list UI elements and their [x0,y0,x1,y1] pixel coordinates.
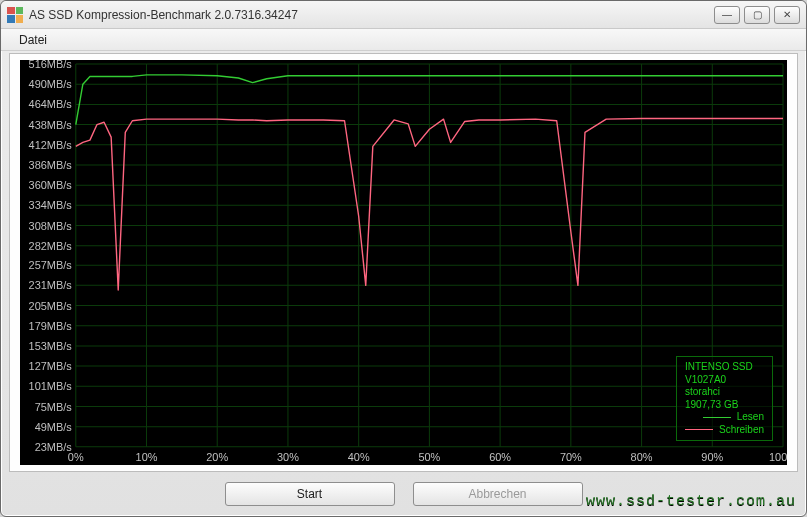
menu-file[interactable]: Datei [11,31,55,49]
legend-box: INTENSO SSD V1027A0 storahci 1907,73 GB … [676,356,773,441]
legend-read-label: Lesen [737,411,764,424]
svg-text:40%: 40% [348,451,370,463]
legend-firmware: V1027A0 [685,374,764,387]
window-title: AS SSD Kompression-Benchmark 2.0.7316.34… [29,8,714,22]
titlebar[interactable]: AS SSD Kompression-Benchmark 2.0.7316.34… [1,1,806,29]
legend-write-label: Schreiben [719,424,764,437]
svg-text:60%: 60% [489,451,511,463]
svg-text:49MB/s: 49MB/s [35,421,73,433]
legend-capacity: 1907,73 GB [685,399,764,412]
menubar: Datei [1,29,806,51]
maximize-button[interactable]: ▢ [744,6,770,24]
svg-text:282MB/s: 282MB/s [29,240,73,252]
svg-text:20%: 20% [206,451,228,463]
svg-text:231MB/s: 231MB/s [29,279,73,291]
legend-device: INTENSO SSD [685,361,764,374]
legend-read-swatch [703,417,731,418]
svg-text:516MB/s: 516MB/s [29,60,73,70]
app-window: AS SSD Kompression-Benchmark 2.0.7316.34… [0,0,807,517]
legend-driver: storahci [685,386,764,399]
legend-read-row: Lesen [685,411,764,424]
svg-text:101MB/s: 101MB/s [29,380,73,392]
svg-text:412MB/s: 412MB/s [29,139,73,151]
svg-text:127MB/s: 127MB/s [29,360,73,372]
svg-text:360MB/s: 360MB/s [29,179,73,191]
minimize-button[interactable]: — [714,6,740,24]
svg-text:205MB/s: 205MB/s [29,300,73,312]
window-controls: — ▢ ✕ [714,6,800,24]
svg-text:464MB/s: 464MB/s [29,98,73,110]
svg-text:308MB/s: 308MB/s [29,220,73,232]
svg-text:90%: 90% [701,451,723,463]
svg-text:153MB/s: 153MB/s [29,340,73,352]
watermark: www.ssd-tester.com.au [586,493,796,510]
app-icon [7,7,23,23]
chart-svg: 23MB/s49MB/s75MB/s101MB/s127MB/s153MB/s1… [20,60,787,465]
svg-text:23MB/s: 23MB/s [35,441,73,453]
chart-area: 23MB/s49MB/s75MB/s101MB/s127MB/s153MB/s1… [20,60,787,465]
svg-text:30%: 30% [277,451,299,463]
start-button[interactable]: Start [225,482,395,506]
legend-write-row: Schreiben [685,424,764,437]
content-panel: 23MB/s49MB/s75MB/s101MB/s127MB/s153MB/s1… [9,53,798,472]
svg-text:257MB/s: 257MB/s [29,259,73,271]
svg-text:386MB/s: 386MB/s [29,159,73,171]
svg-text:438MB/s: 438MB/s [29,119,73,131]
svg-text:100%: 100% [769,451,787,463]
legend-write-swatch [685,429,713,430]
svg-text:179MB/s: 179MB/s [29,320,73,332]
svg-text:75MB/s: 75MB/s [35,400,73,412]
svg-text:50%: 50% [418,451,440,463]
abort-button[interactable]: Abbrechen [413,482,583,506]
svg-text:0%: 0% [68,451,84,463]
close-button[interactable]: ✕ [774,6,800,24]
svg-text:10%: 10% [136,451,158,463]
svg-text:490MB/s: 490MB/s [29,78,73,90]
svg-text:334MB/s: 334MB/s [29,199,73,211]
svg-text:80%: 80% [631,451,653,463]
svg-text:70%: 70% [560,451,582,463]
